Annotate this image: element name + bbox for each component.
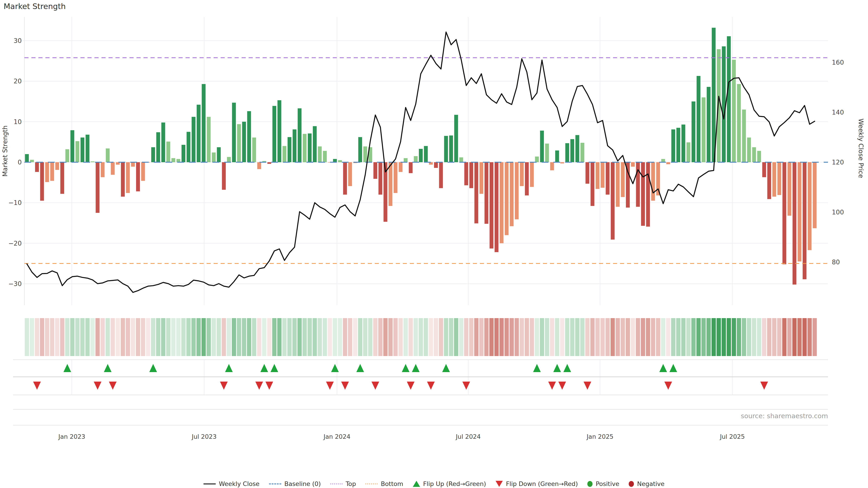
strength-bar — [666, 162, 670, 164]
strength-bar — [182, 145, 185, 162]
heatmap-cell — [378, 318, 382, 356]
heatmap-cell — [444, 318, 448, 356]
strength-bar — [540, 131, 544, 162]
strength-bar — [767, 162, 771, 199]
strength-bar — [40, 162, 44, 201]
strength-bar — [278, 100, 281, 162]
heatmap-cell — [35, 318, 39, 356]
strength-bar — [81, 138, 84, 162]
heatmap-cell — [136, 318, 140, 356]
heatmap-cell — [70, 318, 74, 356]
strength-bar — [671, 129, 675, 162]
heatmap-cell — [161, 318, 165, 356]
strength-bar — [616, 162, 620, 207]
strength-bar — [121, 162, 125, 197]
heatmap-cell — [515, 318, 519, 356]
strength-bar — [717, 49, 721, 162]
strength-bar — [545, 144, 549, 162]
flip-up-marker-icon — [670, 364, 677, 372]
flip-down-marker-icon — [109, 382, 117, 390]
heatmap-cell — [181, 318, 186, 356]
strength-bar — [232, 103, 236, 162]
x-axis-tick: Jul 2024 — [456, 433, 481, 440]
flip-down-marker-icon — [94, 382, 101, 390]
flip-down-marker-icon — [584, 382, 591, 390]
heatmap-cell — [101, 318, 105, 356]
strength-bar — [186, 132, 190, 162]
strength-bar — [378, 162, 382, 195]
strength-bar — [126, 162, 130, 193]
heatmap-cell — [176, 318, 181, 356]
heatmap-cell — [742, 318, 746, 356]
strength-bar — [252, 138, 256, 162]
heatmap-cell — [403, 318, 408, 356]
heatmap-cell — [171, 318, 176, 356]
heatmap-cell — [399, 318, 403, 356]
heatmap-cell — [762, 318, 766, 356]
heatmap-cell — [313, 318, 317, 356]
heatmap-cell — [156, 318, 160, 356]
heatmap-cell — [126, 318, 130, 356]
heatmap-cell — [328, 318, 332, 356]
heatmap-cell — [752, 318, 756, 356]
heatmap-cell — [636, 318, 640, 356]
strength-bar — [343, 162, 347, 195]
strength-bar — [373, 162, 377, 179]
flip-up-swatch-icon — [413, 481, 420, 487]
strength-bar — [555, 151, 559, 162]
flip-up-marker-icon — [533, 364, 541, 372]
heatmap-cell — [368, 318, 373, 356]
strength-bar — [808, 162, 811, 250]
strength-bar — [772, 162, 776, 197]
heatmap-cell — [358, 318, 362, 356]
strength-bar — [192, 117, 195, 162]
strength-bar — [35, 162, 39, 172]
strength-bar — [742, 109, 746, 162]
heatmap-cell — [813, 318, 817, 356]
heatmap-cell — [737, 318, 741, 356]
heatmap-cell — [504, 318, 509, 356]
flip-up-marker-icon — [64, 364, 71, 372]
strength-bar — [485, 162, 488, 224]
flip-up-marker-icon — [412, 364, 420, 372]
strength-bar — [212, 153, 216, 162]
chart-legend: Weekly CloseBaseline (0)TopBottomFlip Up… — [204, 480, 664, 487]
heatmap-cell — [237, 318, 241, 356]
heatmap-cell — [802, 318, 807, 356]
strength-bar — [91, 161, 94, 162]
strength-bar — [227, 157, 231, 162]
negative-swatch-icon — [629, 481, 634, 487]
strength-bar — [207, 117, 211, 162]
flip-down-marker-icon — [371, 382, 379, 390]
strength-bar — [394, 162, 397, 193]
market-strength-dashboard: Market Strength Market Strength Weekly C… — [0, 0, 868, 488]
market-strength-chart: 3020100−10−20−3016014012010080Jan 2023Ju… — [0, 0, 868, 488]
heatmap-cell — [616, 318, 620, 356]
baseline-swatch-icon — [269, 484, 281, 484]
strength-bar — [202, 84, 206, 162]
strength-bar — [237, 124, 241, 162]
heatmap-cell — [767, 318, 771, 356]
right-axis-tick: 100 — [832, 208, 844, 216]
flip-up-marker-icon — [553, 364, 561, 372]
heatmap-cell — [131, 318, 135, 356]
strength-bar — [414, 156, 418, 162]
heatmap-cell — [318, 318, 322, 356]
heatmap-cell — [691, 318, 695, 356]
heatmap-cell — [186, 318, 191, 356]
strength-bar — [247, 111, 251, 162]
strength-bar — [323, 151, 327, 162]
strength-bar — [444, 136, 448, 162]
strength-bar — [570, 139, 574, 162]
strength-bar — [798, 162, 802, 261]
strength-bar — [752, 147, 756, 162]
strength-bar — [560, 162, 564, 163]
strength-bar — [535, 157, 539, 162]
heatmap-cell — [459, 318, 463, 356]
heatmap-cell — [90, 318, 95, 356]
strength-bar — [166, 142, 170, 162]
heatmap-cell — [267, 318, 272, 356]
strength-bar — [576, 135, 579, 162]
flip-down-marker-icon — [407, 382, 414, 390]
flip-down-marker-icon — [558, 382, 566, 390]
